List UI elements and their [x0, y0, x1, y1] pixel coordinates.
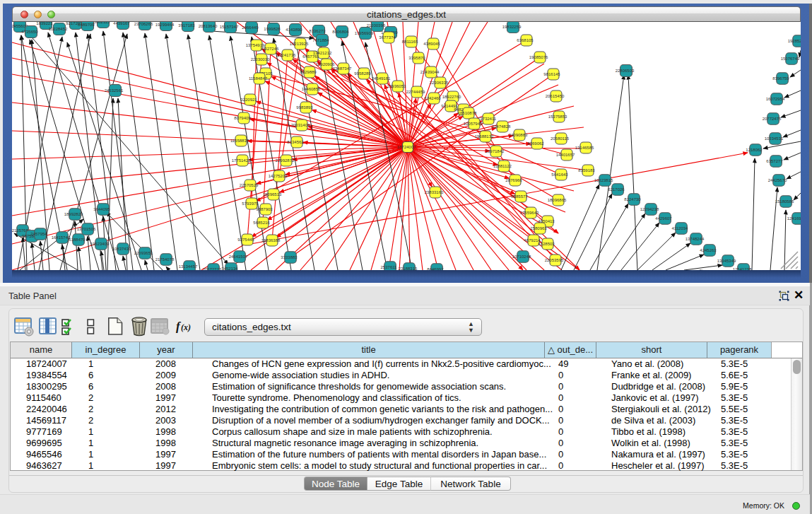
svg-text:15180586: 15180586 — [775, 199, 794, 204]
svg-text:18992829: 18992829 — [64, 212, 83, 216]
svg-text:2876966: 2876966 — [505, 178, 522, 182]
svg-text:19085076: 19085076 — [529, 55, 548, 59]
svg-text:1218062: 1218062 — [746, 148, 763, 152]
svg-text:10057945: 10057945 — [464, 122, 483, 126]
svg-text:21754078: 21754078 — [155, 257, 175, 262]
svg-text:10323815: 10323815 — [594, 178, 613, 182]
svg-text:11584847: 11584847 — [249, 76, 268, 81]
svg-text:12416912: 12416912 — [787, 216, 801, 221]
svg-text:19836388: 19836388 — [261, 238, 281, 243]
svg-text:20615450: 20615450 — [546, 94, 565, 98]
svg-text:20813640: 20813640 — [199, 24, 218, 28]
svg-text:4143890: 4143890 — [286, 28, 302, 32]
svg-text:19285201: 19285201 — [788, 39, 801, 43]
svg-text:6368105: 6368105 — [517, 38, 534, 42]
svg-text:19299464: 19299464 — [155, 23, 175, 27]
svg-text:23936053: 23936053 — [387, 84, 406, 88]
svg-text:16415740: 16415740 — [52, 235, 71, 240]
svg-text:23487347: 23487347 — [333, 66, 352, 71]
svg-text:13134457: 13134457 — [179, 264, 198, 269]
svg-text:19523409: 19523409 — [90, 242, 110, 246]
svg-text:8489709: 8489709 — [78, 23, 95, 27]
svg-text:8369062: 8369062 — [527, 141, 544, 146]
svg-text:24532561: 24532561 — [105, 88, 124, 93]
svg-text:9275445: 9275445 — [237, 238, 254, 242]
svg-text:9816145: 9816145 — [543, 72, 560, 76]
svg-text:11558837: 11558837 — [230, 139, 249, 143]
svg-text:11881122: 11881122 — [493, 164, 512, 168]
svg-text:18724007: 18724007 — [397, 145, 416, 149]
svg-text:(x): (x) — [181, 322, 191, 332]
svg-text:23706266: 23706266 — [134, 22, 153, 26]
svg-text:16510878: 16510878 — [458, 111, 477, 115]
svg-text:20580115: 20580115 — [551, 136, 570, 141]
svg-text:3677374: 3677374 — [379, 35, 396, 40]
svg-text:10710248: 10710248 — [512, 255, 531, 259]
svg-text:6217026: 6217026 — [608, 187, 625, 192]
svg-text:8079409: 8079409 — [234, 116, 251, 120]
svg-text:22570529: 22570529 — [240, 183, 259, 187]
svg-text:8396759: 8396759 — [772, 76, 789, 81]
svg-text:14401657: 14401657 — [556, 153, 575, 157]
svg-text:23833160: 23833160 — [425, 190, 444, 194]
svg-text:8224730: 8224730 — [624, 197, 641, 201]
svg-text:7671884: 7671884 — [312, 38, 329, 42]
svg-text:10228452: 10228452 — [49, 27, 68, 31]
svg-text:8685577: 8685577 — [511, 194, 528, 199]
svg-text:14275203: 14275203 — [269, 174, 288, 178]
svg-text:4389045: 4389045 — [423, 42, 440, 46]
svg-text:22744459: 22744459 — [406, 90, 425, 94]
svg-text:2457954: 2457954 — [30, 232, 47, 236]
svg-text:21439044: 21439044 — [420, 70, 440, 74]
svg-text:5793975: 5793975 — [242, 201, 259, 206]
svg-text:9887903: 9887903 — [256, 207, 273, 211]
svg-text:1839221: 1839221 — [36, 22, 53, 25]
svg-text:24641507: 24641507 — [229, 255, 248, 259]
svg-text:13732411: 13732411 — [478, 117, 497, 121]
svg-text:22053595: 22053595 — [545, 258, 564, 262]
svg-text:2580963: 2580963 — [530, 226, 547, 230]
svg-text:6357277: 6357277 — [766, 159, 783, 163]
svg-text:24549181: 24549181 — [372, 76, 391, 81]
svg-text:13701506: 13701506 — [77, 227, 96, 231]
svg-text:13045349: 13045349 — [717, 259, 736, 263]
svg-text:6742460: 6742460 — [424, 96, 441, 100]
svg-text:22474828: 22474828 — [492, 124, 511, 129]
svg-text:9983893: 9983893 — [296, 105, 313, 110]
svg-text:24425670: 24425670 — [768, 178, 787, 182]
svg-text:22093651: 22093651 — [134, 251, 153, 255]
svg-text:3395870: 3395870 — [408, 56, 425, 60]
svg-text:5641643: 5641643 — [551, 173, 568, 177]
svg-text:4245263: 4245263 — [700, 248, 717, 252]
svg-text:9958289: 9958289 — [354, 71, 371, 76]
svg-text:1999828: 1999828 — [264, 27, 281, 31]
svg-text:15076749: 15076749 — [781, 57, 800, 61]
svg-text:10327246: 10327246 — [260, 47, 279, 51]
svg-text:12294238: 12294238 — [640, 207, 659, 211]
svg-text:6128503: 6128503 — [538, 242, 555, 246]
svg-text:22306335: 22306335 — [430, 81, 449, 85]
svg-text:3220921: 3220921 — [240, 98, 257, 102]
svg-text:18096865: 18096865 — [548, 198, 567, 202]
svg-text:15375853: 15375853 — [548, 115, 567, 119]
svg-text:5188470: 5188470 — [69, 238, 86, 242]
svg-text:17751421: 17751421 — [232, 158, 251, 163]
svg-text:8029889: 8029889 — [300, 70, 317, 74]
svg-text:23971842: 23971842 — [486, 149, 505, 153]
svg-text:8336273: 8336273 — [309, 29, 326, 33]
svg-text:16072954: 16072954 — [766, 97, 785, 101]
svg-text:2066449: 2066449 — [242, 25, 259, 30]
svg-text:2537611: 2537611 — [381, 265, 398, 269]
svg-text:22992872: 22992872 — [276, 158, 295, 163]
svg-text:13146585: 13146585 — [575, 146, 594, 150]
svg-text:8811165: 8811165 — [402, 40, 418, 44]
svg-text:13748244: 13748244 — [686, 237, 705, 241]
svg-text:18922760: 18922760 — [442, 95, 461, 99]
svg-text:14460856: 14460856 — [302, 87, 321, 91]
svg-text:3644095: 3644095 — [93, 207, 110, 211]
svg-text:17559643: 17559643 — [520, 211, 539, 215]
svg-text:19688132: 19688132 — [475, 134, 494, 139]
svg-text:17956909: 17956909 — [355, 31, 374, 35]
svg-text:10334531: 10334531 — [765, 136, 784, 141]
svg-text:24090883: 24090883 — [509, 133, 528, 137]
